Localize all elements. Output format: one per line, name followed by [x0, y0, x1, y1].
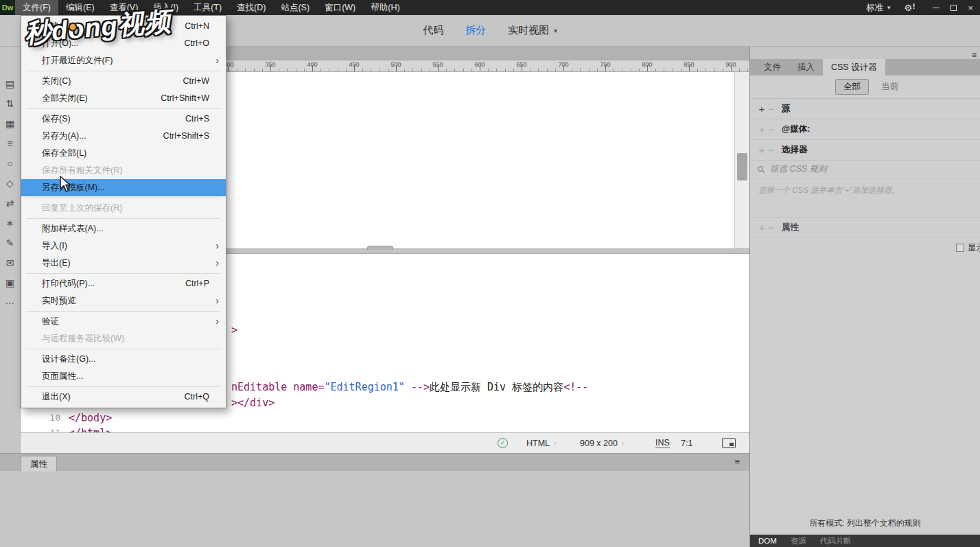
- add-media-button[interactable]: +: [757, 124, 767, 135]
- file-menu-item[interactable]: 打开(O)...Ctrl+O: [21, 35, 226, 52]
- snippet-icon[interactable]: ▣: [4, 277, 16, 289]
- file-menu-item[interactable]: 实时预览›: [21, 292, 226, 310]
- line-number: 11: [30, 426, 60, 432]
- file-menu-item[interactable]: 页面属性...: [21, 368, 226, 385]
- code-view-button[interactable]: 代码: [423, 24, 443, 37]
- menubar-item[interactable]: 插入(I): [145, 0, 186, 15]
- remove-selector-button[interactable]: −: [767, 144, 776, 156]
- workspace-button[interactable]: 标准 ▾: [866, 2, 891, 14]
- css-rule-filter-input[interactable]: 筛选 CSS 规则: [750, 161, 980, 178]
- menu-item-shortcut: Ctrl+P: [185, 275, 209, 292]
- menubar-item[interactable]: 查找(D): [229, 0, 273, 15]
- bottom-panel-tab[interactable]: 资源: [791, 536, 806, 546]
- sources-section-header: + − 源: [750, 99, 980, 119]
- bottom-panel-tab[interactable]: 代码片断: [820, 536, 852, 546]
- scope-all-button[interactable]: 全部: [835, 79, 869, 95]
- show-set-checkbox[interactable]: [956, 244, 964, 252]
- panel-menu-icon[interactable]: ≡: [972, 50, 977, 60]
- cursor-position: 7:1: [681, 433, 692, 453]
- close-button[interactable]: ×: [968, 3, 973, 12]
- ruler-number: 550: [429, 61, 447, 68]
- menu-separator: [26, 218, 221, 219]
- file-menu-item[interactable]: 另存为(A)...Ctrl+Shift+S: [21, 128, 226, 145]
- menu-item-label: 打开最近的文件(F): [42, 52, 113, 69]
- comment-icon[interactable]: ✉: [4, 257, 16, 269]
- panel-tab[interactable]: 插入: [789, 59, 823, 75]
- split-view-button[interactable]: 拆分: [465, 24, 486, 37]
- window-controls: ×: [933, 3, 973, 12]
- bottom-panel-tab[interactable]: DOM: [758, 537, 777, 545]
- sync-transfer-icon[interactable]: ⇄: [4, 197, 16, 209]
- live-view-button[interactable]: 实时视图 ▾: [508, 24, 557, 37]
- special-character-icon[interactable]: ∗: [4, 217, 16, 229]
- panel-menu-icon[interactable]: ≡: [734, 456, 740, 467]
- doc-type-label: HTML: [526, 439, 550, 448]
- file-menu-item[interactable]: 新建(N)...Ctrl+N: [21, 18, 226, 35]
- file-management-icon[interactable]: ⇅: [4, 97, 16, 110]
- file-menu-item[interactable]: 与远程服务器比较(W): [21, 330, 226, 347]
- vertical-scrollbar[interactable]: [734, 72, 749, 248]
- menubar-item[interactable]: 文件(F): [15, 0, 58, 15]
- file-menu-item[interactable]: 打印代码(P)...Ctrl+P: [21, 275, 226, 292]
- preview-device-button[interactable]: [722, 433, 736, 453]
- menubar-item[interactable]: 帮助(H): [363, 0, 407, 15]
- settings-gear-button[interactable]: ⚙ !: [904, 3, 915, 13]
- live-code-icon[interactable]: ▦: [4, 117, 16, 130]
- media-label: @媒体:: [782, 124, 810, 135]
- file-menu-item[interactable]: 保存(S)Ctrl+S: [21, 110, 226, 128]
- file-menu-item[interactable]: 保存全部(L): [21, 145, 226, 162]
- format-source-icon[interactable]: ≡: [4, 137, 16, 150]
- maximize-button[interactable]: [950, 5, 957, 11]
- file-menu-item[interactable]: 附加样式表(A)...: [21, 220, 226, 237]
- menu-item-label: 导出(E): [42, 255, 71, 272]
- file-menu-item[interactable]: 验证›: [21, 313, 226, 330]
- file-menu-item[interactable]: 保存所有相关文件(R): [21, 162, 226, 179]
- panel-tab[interactable]: CSS 设计器: [823, 59, 885, 75]
- file-menu-item[interactable]: 退出(X)Ctrl+Q: [21, 388, 226, 406]
- cursor-position-label: 7:1: [681, 439, 692, 448]
- menu-item-shortcut: Ctrl+W: [183, 73, 209, 90]
- menu-item-label: 保存所有相关文件(R): [42, 162, 122, 179]
- file-menu-item[interactable]: 设计备注(G)...: [21, 351, 226, 368]
- scrollbar-thumb[interactable]: [737, 153, 747, 181]
- file-menu-item[interactable]: 导入(I)›: [21, 237, 226, 255]
- coding-target-icon[interactable]: ○: [4, 157, 16, 170]
- insert-div-icon[interactable]: ◇: [4, 177, 16, 189]
- menu-item-shortcut: Ctrl+Q: [185, 388, 209, 406]
- code-token: nEditable name=: [231, 381, 324, 393]
- file-menu-item[interactable]: 打开最近的文件(F)›: [21, 52, 226, 69]
- menubar-item[interactable]: 站点(S): [273, 0, 317, 15]
- window-size-dropdown[interactable]: 909 x 200 ▾: [580, 433, 625, 453]
- open-documents-icon[interactable]: ▤: [4, 78, 16, 90]
- more-options-icon[interactable]: ⋯: [4, 296, 16, 309]
- file-menu-item[interactable]: 另存为模板(M)...: [21, 179, 226, 196]
- file-menu-item[interactable]: 全部关闭(E)Ctrl+Shift+W: [21, 90, 226, 107]
- doc-type-dropdown[interactable]: HTML ▾: [526, 433, 557, 453]
- remove-source-button[interactable]: −: [767, 103, 776, 115]
- show-set-row: 显示集: [750, 240, 980, 257]
- menu-item-label: 页面属性...: [42, 368, 83, 385]
- menubar-item[interactable]: 查看(V): [102, 0, 146, 15]
- panel-tab[interactable]: 文件: [756, 59, 789, 75]
- menubar-item[interactable]: 编辑(E): [58, 0, 102, 15]
- gear-icon: ⚙: [904, 3, 912, 13]
- remove-media-button[interactable]: −: [767, 124, 776, 135]
- menu-item-label: 设计备注(G)...: [42, 351, 95, 368]
- file-menu-item[interactable]: 关闭(C)Ctrl+W: [21, 73, 226, 90]
- scope-current-button[interactable]: 当前: [874, 80, 906, 94]
- file-menu-item[interactable]: 回复至上次的保存(R): [21, 200, 226, 217]
- menu-item-label: 与远程服务器比较(W): [42, 330, 124, 347]
- menubar-item[interactable]: 工具(T): [186, 0, 229, 15]
- edit-pencil-icon[interactable]: ✎: [4, 237, 16, 249]
- remove-property-button[interactable]: −: [767, 222, 776, 233]
- add-source-button[interactable]: +: [757, 103, 767, 115]
- file-menu-item[interactable]: 导出(E)›: [21, 255, 226, 272]
- tab-properties[interactable]: 属性: [21, 456, 57, 472]
- minimize-button[interactable]: [933, 8, 940, 8]
- insert-mode-indicator[interactable]: INS: [655, 433, 670, 453]
- menu-item-label: 保存(S): [42, 110, 71, 128]
- divider-grip[interactable]: [367, 246, 393, 250]
- add-selector-button[interactable]: +: [757, 144, 767, 156]
- add-property-button[interactable]: +: [757, 222, 767, 233]
- menubar-item[interactable]: 窗口(W): [317, 0, 363, 15]
